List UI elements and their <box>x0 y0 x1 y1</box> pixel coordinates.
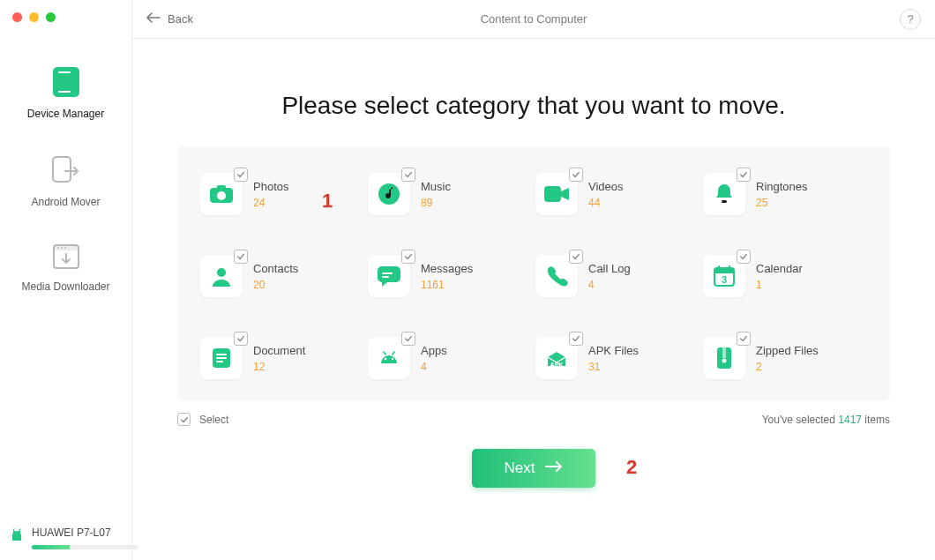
svg-rect-25 <box>216 354 227 355</box>
select-all-checkbox[interactable]: Select <box>177 413 228 426</box>
camera-icon <box>200 173 243 215</box>
category-zipped-files[interactable]: Zipped Files2 <box>703 337 867 379</box>
arrow-left-icon <box>146 12 161 26</box>
category-count: 89 <box>421 197 451 209</box>
svg-point-7 <box>61 247 63 249</box>
svg-rect-27 <box>216 361 223 362</box>
category-checkbox[interactable] <box>401 250 415 264</box>
media-downloader-icon <box>0 243 131 270</box>
category-messages[interactable]: Messages1161 <box>368 255 532 297</box>
close-window-icon[interactable] <box>12 12 22 22</box>
sidebar-item-device-manager[interactable]: Device Manager <box>0 58 131 146</box>
category-music[interactable]: Music89 <box>368 173 532 215</box>
annotation-2: 2 <box>626 456 637 479</box>
category-count: 2 <box>756 361 819 373</box>
headline: Please select category that you want to … <box>281 92 785 120</box>
bell-icon <box>703 173 745 215</box>
minimize-window-icon[interactable] <box>29 12 39 22</box>
select-all-label: Select <box>199 414 228 426</box>
apk-icon: APK <box>535 337 578 379</box>
android-device-icon <box>9 528 25 548</box>
category-calendar[interactable]: 3Calendar1 <box>703 255 867 297</box>
category-checkbox[interactable] <box>737 168 751 182</box>
category-name: Ringtones <box>756 180 808 193</box>
category-checkbox[interactable] <box>737 332 751 346</box>
sidebar-item-android-mover[interactable]: Android Mover <box>0 146 131 235</box>
category-photos[interactable]: Photos24 <box>200 173 364 215</box>
help-button[interactable]: ? <box>900 9 921 30</box>
svg-point-6 <box>57 247 59 249</box>
video-icon <box>535 173 578 215</box>
category-call-log[interactable]: Call Log4 <box>535 255 699 297</box>
category-name: Contacts <box>253 262 298 275</box>
category-document[interactable]: Document12 <box>200 337 364 379</box>
device-manager-icon <box>0 67 131 97</box>
svg-rect-32 <box>722 347 726 358</box>
maximize-window-icon[interactable] <box>46 12 56 22</box>
back-button[interactable]: Back <box>146 12 193 26</box>
svg-point-15 <box>217 268 226 277</box>
sidebar-item-label: Android Mover <box>0 196 131 208</box>
category-count: 25 <box>756 197 808 209</box>
category-checkbox[interactable] <box>401 168 415 182</box>
android-mover-icon <box>0 155 131 185</box>
category-name: Videos <box>588 180 624 193</box>
category-count: 1 <box>756 279 803 291</box>
calendar-icon: 3 <box>703 255 745 297</box>
category-count: 20 <box>253 279 298 291</box>
sidebar-item-label: Media Downloader <box>0 280 131 293</box>
svg-rect-1 <box>58 71 71 73</box>
category-name: APK Files <box>588 344 639 357</box>
main-content: Back Content to Computer ? Please select… <box>132 0 935 560</box>
category-name: Apps <box>421 344 447 357</box>
category-count: 1161 <box>421 279 473 291</box>
category-checkbox[interactable] <box>569 332 583 346</box>
svg-rect-17 <box>382 273 393 274</box>
category-count: 31 <box>588 361 639 373</box>
category-name: Zipped Files <box>756 344 819 357</box>
category-checkbox[interactable] <box>234 332 248 346</box>
top-bar: Back Content to Computer ? <box>132 0 935 39</box>
music-note-icon <box>368 173 410 215</box>
category-checkbox[interactable] <box>569 250 583 264</box>
svg-point-11 <box>217 191 226 200</box>
device-name-label: HUAWEI P7-L07 <box>32 526 138 539</box>
category-apps[interactable]: Apps4 <box>368 337 532 379</box>
sidebar-item-media-downloader[interactable]: Media Downloader <box>0 235 131 319</box>
category-name: Music <box>421 180 451 193</box>
category-checkbox[interactable] <box>737 250 751 264</box>
category-name: Messages <box>421 262 473 275</box>
category-contacts[interactable]: Contacts20 <box>200 255 364 297</box>
svg-rect-22 <box>729 265 730 270</box>
phone-icon <box>535 255 578 297</box>
selected-summary: You've selected 1417 items <box>762 414 890 426</box>
svg-rect-18 <box>382 276 389 278</box>
svg-rect-10 <box>217 185 226 190</box>
category-checkbox[interactable] <box>234 250 248 264</box>
category-checkbox[interactable] <box>569 168 583 182</box>
category-count: 4 <box>588 279 631 291</box>
category-checkbox[interactable] <box>401 332 415 346</box>
message-icon <box>368 255 410 297</box>
svg-point-29 <box>392 358 394 361</box>
category-videos[interactable]: Videos44 <box>535 173 699 215</box>
category-count: 44 <box>588 197 624 209</box>
category-ringtones[interactable]: Ringtones25 <box>703 173 867 215</box>
category-checkbox[interactable] <box>234 168 248 182</box>
svg-rect-14 <box>722 200 727 203</box>
category-count: 12 <box>253 361 305 373</box>
category-apk-files[interactable]: APKAPK Files31 <box>535 337 699 379</box>
svg-rect-13 <box>544 186 561 202</box>
back-label: Back <box>168 12 193 26</box>
storage-bar <box>32 545 138 549</box>
android-icon <box>368 337 410 379</box>
help-icon: ? <box>907 12 913 26</box>
device-status-bar[interactable]: HUAWEI P7-L07 <box>0 516 131 560</box>
category-name: Call Log <box>588 262 631 275</box>
category-grid: Photos24Music89Videos44Ringtones25Contac… <box>177 146 890 400</box>
zip-icon <box>703 337 745 379</box>
svg-rect-21 <box>718 265 720 270</box>
category-name: Photos <box>253 180 288 193</box>
sidebar-item-label: Device Manager <box>0 108 131 120</box>
next-button[interactable]: Next <box>472 449 595 488</box>
